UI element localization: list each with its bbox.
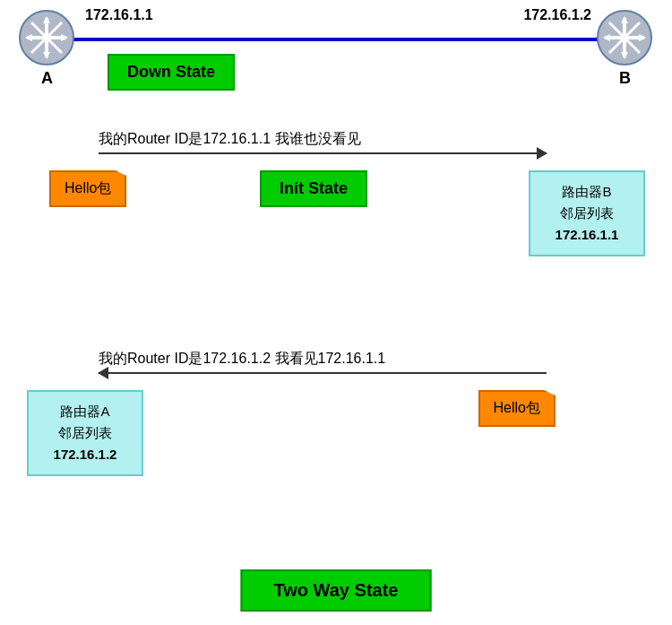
- router-a-icon: [18, 9, 76, 67]
- top-section: 172.16.1.1 172.16.1.2 A: [0, 0, 672, 126]
- neighbor-box-a: 路由器A 邻居列表 172.16.1.2: [27, 390, 143, 476]
- neighbor-b-title: 路由器B: [562, 184, 611, 199]
- down-state-label: Down State: [127, 63, 215, 81]
- init-state-box: Init State: [260, 170, 367, 207]
- arrow-right: [99, 152, 547, 154]
- two-way-label: Two Way State: [274, 580, 399, 600]
- router-b: B: [596, 9, 654, 88]
- router-a: A: [18, 9, 76, 88]
- hello-left-label: Hello包: [65, 180, 111, 195]
- ip-label-b: 172.16.1.2: [523, 7, 591, 23]
- hello-box-left: Hello包: [49, 170, 126, 207]
- neighbor-a-subtitle: 邻居列表: [58, 425, 112, 440]
- arrow-left: [99, 372, 547, 374]
- neighbor-b-ip: 172.16.1.1: [556, 227, 619, 242]
- router-b-label: B: [619, 69, 631, 88]
- hello-box-right: Hello包: [478, 390, 556, 427]
- ip-label-a: 172.16.1.1: [85, 7, 153, 23]
- neighbor-b-subtitle: 邻居列表: [560, 205, 614, 221]
- hello-right-label: Hello包: [494, 400, 540, 415]
- router-a-label: A: [41, 69, 53, 88]
- neighbor-a-ip: 172.16.1.2: [54, 447, 117, 462]
- router-b-icon: [596, 9, 654, 67]
- down-state-box: Down State: [108, 54, 235, 91]
- router-line: [49, 38, 623, 41]
- msg2-text: 我的Router ID是172.16.1.2 我看见172.16.1.1: [99, 350, 385, 369]
- msg1-text: 我的Router ID是172.16.1.1 我谁也没看见: [99, 130, 361, 149]
- neighbor-a-title: 路由器A: [60, 404, 109, 419]
- two-way-state-box: Two Way State: [241, 569, 432, 612]
- init-state-label: Init State: [280, 179, 348, 197]
- neighbor-box-b: 路由器B 邻居列表 172.16.1.1: [529, 170, 645, 256]
